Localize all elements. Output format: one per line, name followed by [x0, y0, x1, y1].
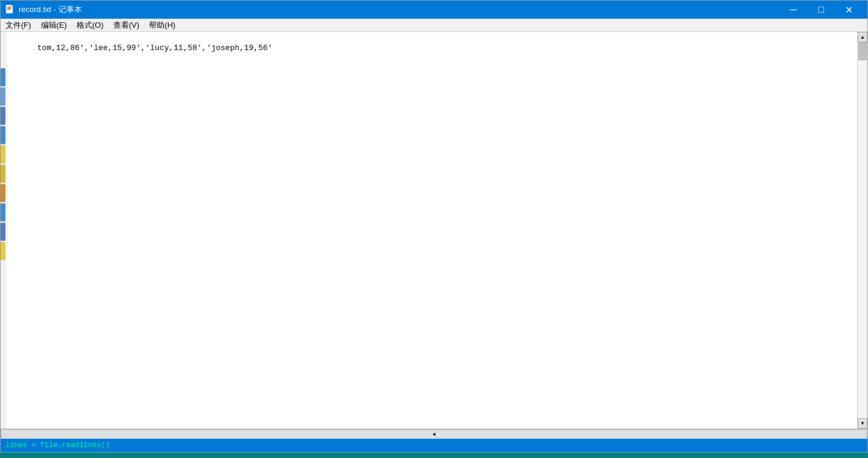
menu-file[interactable]: 文件(F)	[1, 19, 36, 31]
menu-format[interactable]: 格式(O)	[72, 19, 108, 31]
horizontal-scrollbar[interactable]: ◄ ►	[1, 428, 867, 439]
sidebar-tab-4	[1, 126, 5, 144]
menu-help[interactable]: 帮助(H)	[144, 19, 180, 31]
close-button[interactable]: ✕	[835, 1, 863, 19]
svg-rect-3	[7, 9, 10, 10]
left-sidebar	[1, 32, 7, 428]
sidebar-tab-8	[1, 203, 5, 221]
menu-view[interactable]: 查看(V)	[108, 19, 144, 31]
scroll-track-v[interactable]	[858, 42, 867, 418]
title-bar: record.txt - 记事本 ─ □ ✕	[1, 1, 867, 19]
text-editor[interactable]: tom,12,86','lee,15,99','lucy,11,58','jos…	[7, 32, 857, 428]
sidebar-tab-5	[1, 145, 5, 164]
menu-bar: 文件(F) 编辑(E) 格式(O) 查看(V) 帮助(H)	[1, 19, 867, 32]
window-controls: ─ □ ✕	[779, 1, 863, 19]
sidebar-tab-3	[1, 107, 5, 125]
sidebar-tab-9	[1, 223, 5, 241]
app-icon	[5, 5, 15, 14]
minimize-button[interactable]: ─	[779, 1, 807, 19]
scroll-down-button[interactable]: ▼	[858, 418, 867, 428]
editor-content: tom,12,86','lee,15,99','lucy,11,58','jos…	[37, 43, 272, 52]
vertical-scrollbar[interactable]: ▲ ▼	[857, 32, 867, 428]
notepad-window: record.txt - 记事本 ─ □ ✕ 文件(F) 编辑(E) 格式(O)…	[0, 0, 868, 453]
sidebar-tab-2	[1, 87, 5, 106]
sidebar-tab-7	[1, 184, 5, 202]
status-bar: lines = file.readlines()	[1, 439, 867, 452]
scroll-up-button[interactable]: ▲	[858, 32, 867, 42]
window-title: record.txt - 记事本	[19, 4, 779, 15]
sidebar-tab-6	[1, 165, 5, 183]
svg-rect-2	[7, 8, 11, 8]
menu-edit[interactable]: 编辑(E)	[36, 19, 72, 31]
editor-area: tom,12,86','lee,15,99','lucy,11,58','jos…	[1, 32, 867, 428]
svg-rect-1	[7, 7, 11, 7]
status-text: lines = file.readlines()	[5, 441, 110, 450]
scroll-left-button[interactable]: ◄	[1, 429, 867, 439]
sidebar-tab-10	[1, 242, 5, 260]
sidebar-tabs	[1, 32, 7, 260]
maximize-button[interactable]: □	[807, 1, 835, 19]
sidebar-tab-1	[1, 68, 5, 86]
scroll-thumb-v[interactable]	[858, 42, 867, 60]
